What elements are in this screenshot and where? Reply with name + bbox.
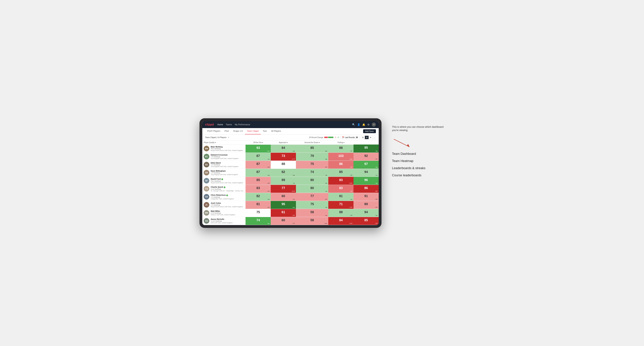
score-cell-elliot-ebert-2: 75 -3▼	[296, 161, 328, 169]
player-info: Josh Coles 1-5 Handicap Royal North Devo…	[211, 202, 244, 208]
round-change-section: 20 Round Change -5 +5	[309, 137, 339, 138]
score-change: 2▲	[325, 206, 327, 208]
player-cell-matt-miller[interactable]: MM Matt Miller 6-10 Handicap Woburn Golf…	[202, 209, 246, 217]
score-change: 2▲	[293, 198, 295, 200]
score-change: 10▲	[324, 223, 328, 224]
score-change: 4▲	[350, 198, 352, 200]
player-info: Charlie Quick ✓ 6-10 Handicap St. George…	[211, 186, 244, 192]
score-value: 77	[282, 186, 285, 190]
player-info: Dave Billingham 1-5 Handicap Gog Magog G…	[211, 170, 244, 175]
player-cell-david-ford[interactable]: DF David Ford ✓ Plus Handicap Royal Nort…	[202, 177, 246, 185]
player-cell-josh-coles[interactable]: JC Josh Coles 1-5 Handicap Royal North D…	[202, 201, 246, 209]
col-header-approach[interactable]: Approach ▾	[271, 141, 296, 145]
score-change: -1▼	[350, 150, 352, 152]
player-cell-aaron-nicholls[interactable]: AN Aaron Nicholls 11-15 Handicap Drift G…	[202, 217, 246, 225]
score-value: 83	[339, 178, 343, 182]
player-name: Edward Crossman	[211, 154, 244, 156]
player-club: Royal North Devon Golf Club, United King…	[211, 150, 244, 151]
score-value: 89	[282, 178, 285, 182]
sub-nav-pga[interactable]: PGA	[222, 128, 231, 134]
player-info: Elliot Ebert 1-5 Handicap Sunningdale Go…	[211, 162, 244, 168]
score-cell-aaron-nicholls-1: 60 -1▼	[271, 217, 296, 225]
player-cell-charlie-quick[interactable]: CQ Charlie Quick ✓ 6-10 Handicap St. Geo…	[202, 185, 246, 193]
score-cell-chris-robertson-4: 91 -3▼	[354, 193, 379, 201]
col-header-off-tee[interactable]: Off the Tee ▾	[246, 141, 271, 145]
view-toggle: ⊞ ⊟ ★ ↓	[361, 136, 376, 139]
score-change: -6▼	[350, 190, 352, 192]
sub-nav-team-clippd[interactable]: Team Clippd	[245, 128, 261, 134]
score-change: 3▲	[268, 198, 270, 200]
score-value: 94	[364, 170, 368, 174]
player-club: Drift Golf Club, United Kingdom	[211, 222, 244, 224]
player-handicap: Plus Handicap	[211, 148, 244, 150]
score-cell-chris-robertson-0: 82 3▲	[246, 193, 271, 201]
score-cell-chris-robertson-1: 60 2▲	[271, 193, 296, 201]
score-cell-edward-crossman-3: 103 15▲	[328, 153, 354, 161]
settings-icon[interactable]: ⚙	[367, 123, 370, 126]
nav-teams[interactable]: Teams	[226, 123, 232, 126]
view-star-btn[interactable]: ★	[369, 136, 373, 139]
nav-my-performance[interactable]: My Performance	[235, 123, 250, 126]
bell-icon[interactable]: 🔔	[362, 123, 365, 126]
score-cell-edward-crossman-1: 73 -11▼	[271, 153, 296, 161]
score-change: 8▲	[325, 150, 327, 152]
player-quality-label: Player Quality ▾	[204, 142, 216, 144]
col-header-player[interactable]: Player Quality ▾	[202, 141, 246, 145]
score-value: 83	[339, 186, 343, 190]
sub-nav-tour[interactable]: Tour	[261, 128, 269, 134]
last-rounds-button[interactable]: 📅 Last Rounds: 20	[340, 136, 359, 139]
score-cell-josh-coles-1: 95 8▲	[271, 201, 296, 209]
sub-nav-all-players[interactable]: All Players	[269, 128, 283, 134]
nav-home[interactable]: Home	[217, 123, 223, 126]
search-icon[interactable]: 🔍	[352, 123, 355, 126]
col-header-putting[interactable]: Putting ▾	[328, 141, 354, 145]
score-change: -3▼	[267, 166, 270, 168]
tablet-screen: clippd Home Teams My Performance 🔍 👤 🔔 ⚙…	[202, 121, 379, 225]
player-cell-dave-billingham[interactable]: DB Dave Billingham 1-5 Handicap Gog Mago…	[202, 169, 246, 177]
player-cell-blair-mcharg[interactable]: BM Blair McHarg Plus Handicap Royal Nort…	[202, 145, 246, 153]
edit-icon[interactable]: ✎	[228, 137, 229, 138]
score-change: 4▲	[268, 174, 270, 176]
col-header-around-green[interactable]: Around the Green ▾	[296, 141, 328, 145]
score-value: 80	[310, 186, 314, 190]
team-name: Team Clippd | 14 Players	[205, 136, 226, 138]
score-change: -2▼	[375, 206, 378, 208]
score-value: 84	[282, 146, 285, 150]
score-cell-matt-miller-0: 75	[246, 209, 271, 217]
view-export-btn[interactable]: ↓	[373, 136, 376, 139]
player-info: Edward Crossman 1-5 Handicap Sunningdale…	[211, 154, 244, 159]
score-value: 81	[339, 194, 343, 198]
score-change: 4▲	[293, 174, 295, 176]
player-name: David Ford ✓	[211, 178, 244, 180]
player-club: Woburn Golf Club, United Kingdom	[211, 214, 244, 216]
score-cell-charlie-quick-1: 77 -14▼	[271, 185, 296, 193]
annotation-team-heatmap: Team Heatmap	[392, 159, 444, 163]
score-value: 82	[282, 170, 285, 174]
change-negative: -5	[334, 137, 336, 138]
player-avatar: EE	[204, 162, 209, 168]
score-cell-aaron-nicholls-3: 84 -21▼	[328, 217, 354, 225]
annotation-items: Team Dashboard Team Heatmap Leaderboards…	[392, 152, 444, 177]
player-avatar: CQ	[204, 186, 209, 191]
score-value: 95	[282, 202, 285, 206]
user-icon[interactable]: 👤	[357, 123, 360, 126]
table-body: BM Blair McHarg Plus Handicap Royal Nort…	[202, 145, 379, 225]
player-club: Sunningdale Golf Club, United Kingdom	[211, 158, 244, 159]
view-heatmap-btn[interactable]: ⊟	[365, 136, 369, 139]
annotation-arrow-svg	[392, 137, 413, 148]
player-cell-chris-robertson[interactable]: CR Chris Robertson ✓ 1-5 Handicap Craigm…	[202, 193, 246, 201]
change-bar	[324, 137, 334, 138]
score-value: 95	[364, 146, 368, 149]
last-rounds-label: Last Rounds:	[345, 137, 355, 138]
add-team-button[interactable]: Add Team	[363, 129, 376, 133]
table-row: DF David Ford ✓ Plus Handicap Royal Nort…	[202, 177, 379, 185]
user-avatar[interactable]: U	[372, 123, 376, 127]
score-cell-blair-mcharg-3: 88 -1▼	[328, 145, 354, 153]
score-cell-blair-mcharg-1: 84 6▲	[271, 145, 296, 153]
sub-nav-hcaps[interactable]: Hcaps 1-5	[231, 128, 245, 134]
view-grid-btn[interactable]: ⊞	[361, 136, 365, 139]
score-change: -3▼	[350, 174, 352, 176]
sub-nav-pgat[interactable]: PGAT Players	[205, 128, 222, 134]
player-cell-edward-crossman[interactable]: EC Edward Crossman 1-5 Handicap Sunningd…	[202, 153, 246, 161]
player-cell-elliot-ebert[interactable]: EE Elliot Ebert 1-5 Handicap Sunningdale…	[202, 161, 246, 169]
